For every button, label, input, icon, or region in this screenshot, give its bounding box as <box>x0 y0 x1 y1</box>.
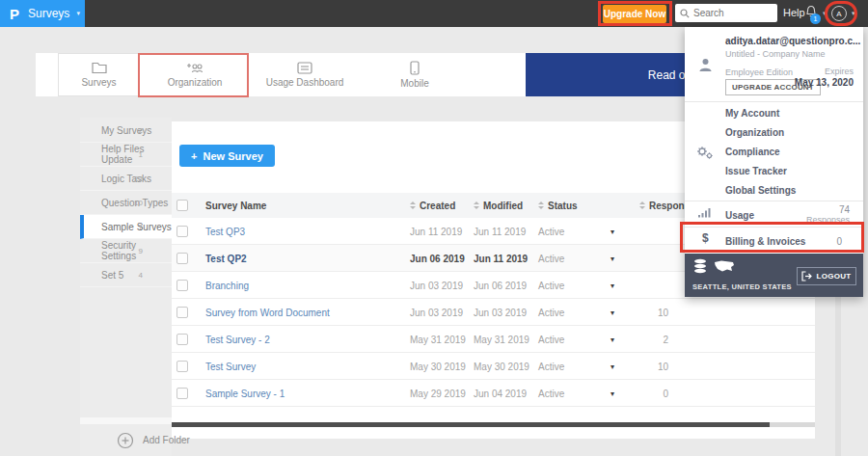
status-cell: Active <box>538 272 564 299</box>
survey-name-link[interactable]: Test Survey - 2 <box>205 326 270 353</box>
upgrade-now-button[interactable]: Upgrade Now <box>603 5 666 23</box>
sidebar-item-set-5[interactable]: Set 54 <box>80 263 172 287</box>
sidebar-divider <box>80 417 172 424</box>
menu-item-compliance[interactable]: Compliance <box>725 147 780 157</box>
status-caret-icon[interactable]: ▾ <box>610 218 614 245</box>
sort-icon[interactable] <box>538 201 544 209</box>
account-menu-footer: SEATTLE, UNITED STATES LOGOUT <box>685 254 863 297</box>
column-header-modified[interactable]: Modified <box>483 201 523 211</box>
account-edition: Employee Edition <box>725 67 793 77</box>
tab-label: Surveys <box>81 77 116 88</box>
survey-name-link[interactable]: Branching <box>205 272 249 299</box>
row-checkbox[interactable] <box>176 280 188 291</box>
menu-item-issue-tracker[interactable]: Issue Tracker <box>725 166 787 176</box>
modified-cell: May 30 2019 <box>474 353 529 380</box>
database-icon <box>692 258 708 276</box>
tab-organization[interactable]: Organization <box>140 53 250 96</box>
gears-icon <box>696 145 714 160</box>
search-input[interactable] <box>693 8 771 18</box>
search-box[interactable] <box>675 4 777 22</box>
sidebar-item-my-surveys[interactable]: My Surveys2 <box>80 119 172 143</box>
avatar[interactable]: A <box>831 6 847 21</box>
horizontal-scrollbar <box>172 422 815 427</box>
folder-count: 9 <box>139 247 143 255</box>
created-cell: Jun 11 2019 <box>410 218 462 245</box>
status-caret-icon[interactable]: ▾ <box>610 245 614 272</box>
row-checkbox[interactable] <box>176 307 188 318</box>
row-checkbox[interactable] <box>176 334 188 345</box>
menu-item-global-settings[interactable]: Global Settings <box>725 185 796 196</box>
sort-icon[interactable] <box>639 201 645 209</box>
us-map-icon <box>714 259 735 274</box>
column-header-survey-name[interactable]: Survey Name <box>205 201 266 211</box>
folder-label: My Surveys <box>101 125 151 136</box>
sidebar-item-sample-surveys[interactable]: Sample Surveys7 <box>80 215 172 239</box>
account-company: Untitled - Company Name <box>725 49 826 59</box>
responses-cell: 10 <box>625 353 668 380</box>
column-header-created[interactable]: Created <box>420 201 455 211</box>
folder-count: 1 <box>139 150 143 159</box>
folders-sidebar: My Surveys2 Help Files Update1 Logic Tas… <box>80 118 172 456</box>
table-row: Test Survey May 30 2019 May 30 2019 Acti… <box>172 353 815 380</box>
status-cell: Active <box>538 326 564 353</box>
status-caret-icon[interactable]: ▾ <box>610 326 614 353</box>
folder-icon <box>92 62 107 74</box>
created-cell: May 30 2019 <box>410 353 466 380</box>
tab-mobile[interactable]: Mobile <box>360 53 470 96</box>
folder-label: Logic Tasks <box>101 174 151 184</box>
expires-label: Expires <box>825 67 854 76</box>
scrollbar-thumb[interactable] <box>172 422 770 427</box>
survey-name-link[interactable]: Test Survey <box>205 353 256 380</box>
chevron-down-icon: ▾ <box>76 10 80 17</box>
tab-surveys[interactable]: Surveys <box>58 53 140 96</box>
survey-name-link[interactable]: Sample Survey - 1 <box>205 380 285 407</box>
responses-cell: 0 <box>625 380 668 407</box>
row-checkbox[interactable] <box>176 226 188 237</box>
created-cell: Jun 03 2019 <box>410 299 463 326</box>
product-switcher[interactable]: P Surveys ▾ <box>0 0 85 27</box>
menu-item-billing-invoices[interactable]: Billing & Invoices <box>725 236 805 247</box>
tab-label: Organization <box>168 77 223 88</box>
sort-icon[interactable] <box>474 201 479 209</box>
usage-dashboard-icon <box>297 62 312 74</box>
select-all-checkbox[interactable] <box>176 200 188 211</box>
menu-item-organization[interactable]: Organization <box>725 127 784 138</box>
folder-count: 22 <box>134 174 143 183</box>
menu-divider <box>685 227 863 228</box>
row-checkbox[interactable] <box>176 253 188 264</box>
help-link[interactable]: Help <box>783 7 805 18</box>
tab-usage-dashboard[interactable]: Usage Dashboard <box>250 53 360 96</box>
folder-label: Security Settings <box>101 240 172 261</box>
billing-value: 0 <box>836 236 842 247</box>
new-survey-button[interactable]: + New Survey <box>179 145 275 167</box>
survey-name-link[interactable]: Survey from Word Document <box>205 299 330 326</box>
logout-button[interactable]: LOGOUT <box>797 267 856 285</box>
sidebar-item-security-settings[interactable]: Security Settings9 <box>80 239 172 263</box>
folder-label: Sample Surveys <box>101 222 172 232</box>
account-email: aditya.datar@questionpro.c... <box>725 36 860 46</box>
modified-cell: Jun 03 2019 <box>474 299 527 326</box>
person-icon <box>697 57 714 73</box>
folder-label: Help Files Update <box>101 144 172 165</box>
status-caret-icon[interactable]: ▾ <box>610 299 614 326</box>
status-caret-icon[interactable]: ▾ <box>610 272 614 299</box>
logout-label: LOGOUT <box>816 272 851 281</box>
status-caret-icon[interactable]: ▾ <box>610 353 614 380</box>
product-menu-label: Surveys <box>28 7 69 20</box>
menu-item-my-account[interactable]: My Account <box>725 108 779 119</box>
row-checkbox[interactable] <box>176 361 188 372</box>
survey-name-link[interactable]: Test QP3 <box>205 218 245 245</box>
sidebar-item-help-files-update[interactable]: Help Files Update1 <box>80 143 172 167</box>
column-header-status[interactable]: Status <box>548 201 578 211</box>
sort-icon[interactable] <box>410 201 416 209</box>
sidebar-item-question-types[interactable]: Question Types10 <box>80 191 172 215</box>
add-folder-button[interactable]: Add Folder <box>80 424 234 456</box>
row-checkbox[interactable] <box>176 388 188 399</box>
menu-item-usage[interactable]: Usage <box>725 210 754 221</box>
organization-icon <box>186 62 203 74</box>
table-row: Test Survey - 2 May 31 2019 May 31 2019 … <box>172 326 815 353</box>
responses-cell <box>625 245 668 272</box>
survey-name-link[interactable]: Test QP2 <box>205 245 247 272</box>
status-caret-icon[interactable]: ▾ <box>610 380 614 407</box>
sidebar-item-logic-tasks[interactable]: Logic Tasks22 <box>80 167 172 191</box>
